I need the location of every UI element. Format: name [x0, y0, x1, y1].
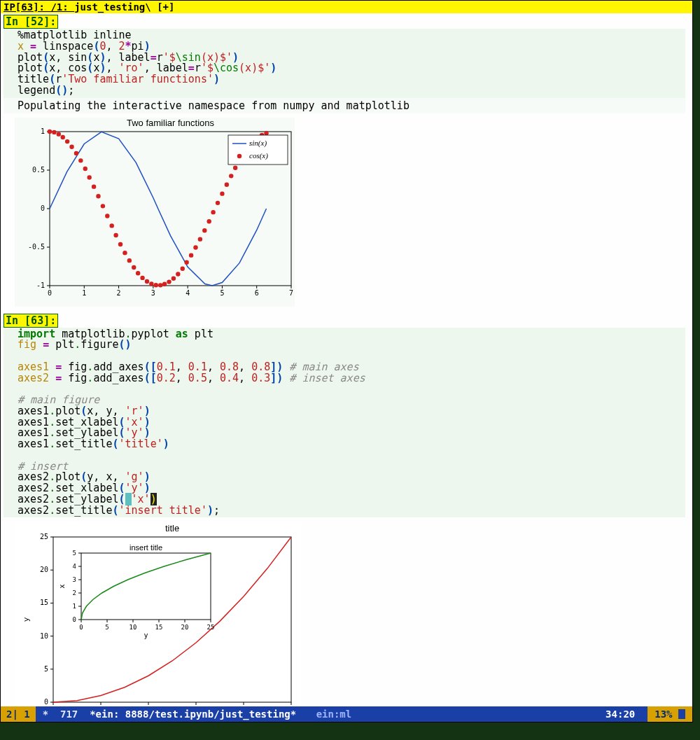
svg-point-54 [158, 283, 162, 287]
svg-text:3: 3 [73, 576, 76, 583]
svg-text:5: 5 [44, 665, 48, 673]
notebook-content[interactable]: In [52]: %matplotlib inline x = linspace… [1, 13, 692, 706]
svg-text:5: 5 [289, 706, 293, 706]
svg-text:0: 0 [41, 204, 45, 212]
svg-point-48 [132, 265, 136, 269]
svg-text:10: 10 [130, 624, 137, 631]
svg-point-53 [154, 283, 158, 287]
status-left-text: 2| 1 [6, 708, 30, 720]
svg-point-39 [92, 184, 96, 188]
svg-text:1: 1 [99, 706, 103, 706]
svg-text:15: 15 [40, 599, 48, 607]
title-suffix: [+] [151, 1, 175, 13]
svg-point-57 [172, 276, 176, 280]
svg-text:2: 2 [146, 706, 150, 706]
status-file: *ein: 8888/test.ipynb/just_testing* [90, 708, 296, 720]
svg-point-67 [216, 200, 220, 204]
svg-point-65 [207, 219, 211, 223]
svg-text:25: 25 [40, 533, 48, 540]
svg-point-41 [101, 204, 105, 208]
status-num: 717 [60, 708, 78, 720]
svg-point-33 [65, 139, 69, 143]
svg-text:7: 7 [289, 289, 293, 297]
svg-text:insert title: insert title [130, 543, 162, 552]
svg-point-69 [225, 182, 229, 186]
svg-text:1: 1 [82, 289, 86, 297]
svg-text:20: 20 [40, 566, 48, 573]
svg-text:Two familiar functions: Two familiar functions [127, 118, 214, 128]
status-pos: 34:20 [593, 708, 648, 720]
status-pct: 13% [654, 708, 672, 720]
svg-text:2: 2 [117, 289, 121, 297]
svg-rect-113 [81, 553, 211, 620]
svg-text:0: 0 [73, 616, 76, 623]
cell2-code[interactable]: import matplotlib.pyplot as plt fig = pl… [4, 328, 685, 518]
svg-text:0.5: 0.5 [32, 166, 45, 174]
svg-point-46 [122, 250, 127, 254]
svg-point-68 [220, 191, 224, 195]
svg-point-82 [237, 153, 241, 158]
svg-text:3: 3 [194, 706, 198, 706]
status-mid: * 717 *ein: 8888/test.ipynb/just_testing… [36, 708, 358, 720]
svg-text:6: 6 [255, 289, 259, 297]
svg-text:cos(x): cos(x) [249, 151, 268, 160]
svg-text:-1: -1 [36, 281, 45, 289]
cell1-code[interactable]: %matplotlib inline x = linspace(0, 2*pi)… [4, 29, 685, 98]
status-right: 13% [648, 706, 692, 722]
svg-text:0: 0 [48, 289, 52, 297]
status-left: 2| 1 [1, 706, 36, 722]
svg-text:5: 5 [105, 624, 108, 631]
svg-point-60 [184, 260, 188, 264]
svg-point-71 [233, 165, 237, 169]
svg-text:10: 10 [40, 632, 48, 640]
svg-point-55 [162, 281, 167, 286]
svg-point-61 [189, 253, 193, 257]
svg-text:4: 4 [73, 563, 76, 570]
title-name: just_testing\ [74, 1, 151, 13]
svg-point-34 [69, 144, 74, 148]
svg-text:2: 2 [73, 589, 76, 596]
svg-point-52 [149, 281, 153, 286]
svg-point-56 [167, 279, 171, 284]
titlebar: IP[63]: /1: just_testing\ [+] [1, 1, 692, 13]
status-star: * [43, 708, 48, 720]
svg-point-47 [127, 258, 132, 262]
cell2-label: In [63]: [4, 314, 58, 328]
title-ip: IP[63]: /1: [4, 1, 74, 13]
svg-point-45 [118, 242, 122, 246]
svg-point-49 [136, 270, 140, 274]
svg-point-78 [264, 131, 268, 135]
svg-text:4: 4 [241, 706, 246, 706]
svg-point-37 [83, 166, 88, 170]
svg-point-35 [74, 151, 78, 155]
svg-point-63 [198, 237, 202, 241]
svg-text:1: 1 [41, 127, 45, 135]
svg-point-66 [211, 209, 215, 214]
statusbar: 2| 1 * 717 *ein: 8888/test.ipynb/just_te… [1, 706, 692, 722]
svg-text:0: 0 [79, 624, 83, 631]
svg-point-42 [105, 214, 109, 218]
svg-text:y: y [144, 631, 148, 639]
svg-point-62 [193, 245, 197, 249]
cell1-label: In [52]: [4, 15, 58, 29]
svg-text:4: 4 [186, 289, 190, 297]
svg-text:5: 5 [220, 289, 224, 297]
svg-point-32 [61, 134, 65, 139]
svg-point-29 [48, 129, 52, 133]
svg-point-30 [52, 130, 56, 134]
svg-text:15: 15 [155, 624, 163, 631]
chart1-wrap: Two familiar functions01234567-1-0.500.5… [15, 118, 692, 307]
svg-point-58 [176, 272, 180, 276]
svg-text:5: 5 [73, 550, 76, 557]
svg-point-36 [78, 158, 83, 162]
svg-point-70 [229, 174, 233, 178]
svg-text:25: 25 [207, 624, 215, 631]
svg-point-51 [145, 279, 149, 283]
scroll-indicator-icon [678, 709, 685, 719]
svg-point-64 [202, 228, 206, 232]
svg-text:20: 20 [181, 624, 189, 631]
svg-text:x: x [58, 585, 66, 589]
svg-point-43 [110, 223, 114, 228]
svg-point-31 [57, 132, 61, 136]
svg-text:0: 0 [51, 706, 55, 706]
